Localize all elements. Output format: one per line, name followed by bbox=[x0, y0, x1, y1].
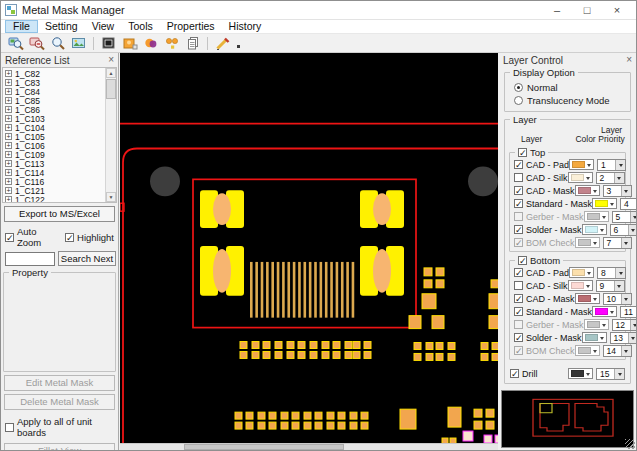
panel-close-icon[interactable]: × bbox=[626, 55, 632, 65]
search-input[interactable] bbox=[5, 252, 55, 266]
mask-view-icon[interactable] bbox=[140, 35, 161, 52]
bottom-checkbox[interactable]: ✓ bbox=[518, 256, 527, 265]
top-checkbox[interactable]: ✓ bbox=[518, 148, 527, 157]
color-swatch-dropdown[interactable] bbox=[575, 185, 600, 196]
layer-checkbox[interactable]: ✓ bbox=[514, 225, 523, 234]
layer-checkbox[interactable]: ✓ bbox=[514, 238, 523, 247]
delete-metal-mask-button[interactable]: Delete Metal Mask bbox=[4, 394, 115, 410]
expand-icon[interactable]: + bbox=[5, 187, 12, 194]
expand-icon[interactable]: + bbox=[5, 124, 12, 131]
layer-checkbox[interactable]: ✓ bbox=[514, 346, 523, 355]
scrollbar-thumb[interactable] bbox=[106, 79, 116, 99]
menu-item-properties[interactable]: Properties bbox=[160, 20, 222, 33]
layer-checkbox[interactable]: ✓ bbox=[514, 307, 523, 316]
layer-checkbox[interactable]: ✓ bbox=[514, 333, 523, 342]
menu-item-file[interactable]: File bbox=[5, 20, 38, 33]
auto-zoom-checkbox[interactable]: ✓ bbox=[5, 233, 14, 242]
canvas-hscrollbar[interactable] bbox=[120, 443, 498, 450]
color-swatch-dropdown[interactable] bbox=[568, 172, 593, 183]
priority-dropdown[interactable]: 10 bbox=[603, 293, 632, 305]
layer-checkbox[interactable]: ✓ bbox=[514, 186, 523, 195]
color-swatch-dropdown[interactable] bbox=[568, 280, 593, 291]
priority-dropdown[interactable]: 1 bbox=[597, 159, 626, 171]
scroll-up-icon[interactable]: ▲ bbox=[106, 68, 116, 78]
pad-view-icon[interactable] bbox=[119, 35, 140, 52]
pin-view-icon[interactable] bbox=[161, 35, 182, 52]
priority-dropdown[interactable]: 4 bbox=[620, 198, 636, 210]
color-swatch-dropdown[interactable] bbox=[569, 159, 594, 170]
display-mode-icon[interactable] bbox=[98, 35, 119, 52]
layer-checkbox[interactable] bbox=[514, 281, 523, 290]
layer-checkbox[interactable] bbox=[514, 173, 523, 182]
priority-dropdown[interactable]: 12 bbox=[612, 319, 636, 331]
pcb-canvas[interactable] bbox=[120, 53, 498, 443]
layer-checkbox[interactable]: ✓ bbox=[514, 294, 523, 303]
color-swatch-dropdown[interactable] bbox=[582, 332, 607, 343]
color-swatch-dropdown[interactable] bbox=[584, 319, 609, 330]
zoom-region-icon[interactable] bbox=[5, 35, 26, 52]
minimize-button[interactable]: – bbox=[542, 2, 572, 19]
color-swatch-dropdown[interactable] bbox=[592, 198, 617, 209]
scroll-down-icon[interactable]: ▼ bbox=[106, 192, 116, 202]
priority-dropdown[interactable]: 5 bbox=[612, 211, 636, 223]
color-swatch-dropdown[interactable] bbox=[592, 306, 617, 317]
expand-icon[interactable]: + bbox=[5, 196, 12, 203]
priority-dropdown[interactable]: 2 bbox=[596, 172, 625, 184]
search-next-button[interactable]: Search Next bbox=[58, 251, 116, 266]
normal-radio[interactable] bbox=[514, 83, 523, 92]
board-preview[interactable] bbox=[501, 390, 634, 448]
layer-checkbox[interactable]: ✓ bbox=[510, 369, 519, 378]
menu-item-tools[interactable]: Tools bbox=[121, 20, 160, 33]
zoom-out-icon[interactable] bbox=[26, 35, 47, 52]
apply-all-checkbox[interactable] bbox=[5, 423, 14, 432]
priority-dropdown[interactable]: 15 bbox=[596, 368, 625, 380]
menu-item-view[interactable]: View bbox=[85, 20, 122, 33]
expand-icon[interactable]: + bbox=[5, 106, 12, 113]
fillet-view-button[interactable]: Fillet View bbox=[4, 443, 115, 451]
tree-scrollbar[interactable]: ▲ ▼ bbox=[105, 68, 116, 202]
expand-icon[interactable]: + bbox=[5, 160, 12, 167]
menu-item-setting[interactable]: Setting bbox=[38, 20, 85, 33]
color-swatch-dropdown[interactable] bbox=[582, 224, 607, 235]
priority-dropdown[interactable]: 6 bbox=[610, 224, 636, 236]
close-button[interactable]: × bbox=[602, 2, 632, 19]
color-swatch-dropdown[interactable] bbox=[584, 211, 609, 222]
color-swatch-dropdown[interactable] bbox=[569, 267, 594, 278]
color-swatch-dropdown[interactable] bbox=[575, 345, 600, 356]
copy-report-icon[interactable] bbox=[182, 35, 203, 52]
panel-close-icon[interactable]: × bbox=[108, 55, 114, 65]
expand-icon[interactable]: + bbox=[5, 88, 12, 95]
priority-dropdown[interactable]: 14 bbox=[603, 345, 632, 357]
board-image-icon[interactable] bbox=[68, 35, 89, 52]
hscrollbar-thumb[interactable] bbox=[184, 444, 344, 450]
translucency-radio[interactable] bbox=[514, 96, 523, 105]
expand-icon[interactable]: + bbox=[5, 97, 12, 104]
priority-dropdown[interactable]: 7 bbox=[603, 237, 632, 249]
edit-metal-mask-button[interactable]: Edit Metal Mask bbox=[4, 375, 115, 391]
measure-pen-icon[interactable] bbox=[212, 35, 233, 52]
expand-icon[interactable]: + bbox=[5, 178, 12, 185]
layer-checkbox[interactable]: ✓ bbox=[514, 268, 523, 277]
priority-dropdown[interactable]: 8 bbox=[597, 267, 626, 279]
expand-icon[interactable]: + bbox=[5, 79, 12, 86]
expand-icon[interactable]: + bbox=[5, 142, 12, 149]
color-swatch-dropdown[interactable] bbox=[568, 368, 593, 379]
color-swatch-dropdown[interactable] bbox=[575, 293, 600, 304]
zoom-window-icon[interactable] bbox=[47, 35, 68, 52]
layer-checkbox[interactable]: ✓ bbox=[514, 199, 523, 208]
expand-icon[interactable]: + bbox=[5, 133, 12, 140]
color-swatch-dropdown[interactable] bbox=[575, 237, 600, 248]
maximize-button[interactable]: □ bbox=[572, 2, 602, 19]
expand-icon[interactable]: + bbox=[5, 70, 12, 77]
menu-item-history[interactable]: History bbox=[222, 20, 269, 33]
priority-dropdown[interactable]: 3 bbox=[603, 185, 632, 197]
layer-checkbox[interactable]: ✓ bbox=[514, 160, 523, 169]
expand-icon[interactable]: + bbox=[5, 115, 12, 122]
export-excel-button[interactable]: Export to MS/Excel bbox=[4, 206, 115, 222]
priority-dropdown[interactable]: 9 bbox=[596, 280, 625, 292]
layer-checkbox[interactable] bbox=[514, 212, 523, 221]
priority-dropdown[interactable]: 13 bbox=[610, 332, 636, 344]
resize-grip[interactable] bbox=[625, 439, 635, 449]
tree-item[interactable]: +1_C122 bbox=[5, 195, 103, 203]
highlight-checkbox[interactable]: ✓ bbox=[65, 233, 74, 242]
